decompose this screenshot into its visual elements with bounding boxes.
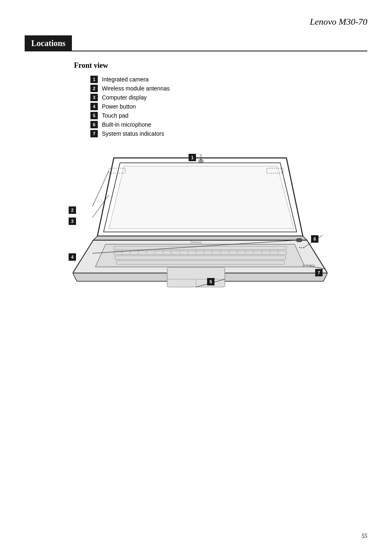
item-label-7: System status indicators [102,130,164,137]
section-title: Locations [25,35,72,51]
list-item: 7 System status indicators [90,130,367,137]
svg-point-42 [306,265,308,267]
item-label-3: Computer display [102,94,147,101]
subsection-title: Front view [74,61,367,70]
badge-7: 7 [90,130,98,137]
badge-1: 1 [90,76,98,83]
laptop-diagram: lenovo [56,146,336,298]
callout-3: 3 [69,218,76,225]
svg-marker-10 [95,244,305,267]
document-title: Lenovo M30-70 [310,16,367,27]
callout-1: 1 [189,154,196,161]
item-label-2: Wireless module antennas [102,85,170,92]
svg-point-45 [301,247,302,248]
list-item: 6 Built-in microphone [90,121,367,128]
laptop-illustration: lenovo [73,146,327,294]
badge-2: 2 [90,85,98,92]
svg-line-49 [92,195,109,218]
items-list: 1 Integrated camera 2 Wireless module an… [90,76,367,137]
list-item: 4 Power button [90,103,367,110]
callout-5: 5 [207,278,214,285]
svg-point-44 [299,247,300,248]
list-item: 2 Wireless module antennas [90,85,367,92]
item-label-1: Integrated camera [102,76,149,83]
callout-7: 7 [315,269,323,276]
item-label-6: Built-in microphone [102,121,151,128]
svg-text:lenovo: lenovo [191,240,202,244]
list-item: 1 Integrated camera [90,76,367,83]
section-title-line [72,51,367,51]
section-header-row: Locations [25,35,367,51]
list-item: 3 Computer display [90,94,367,101]
item-label-4: Power button [102,103,136,110]
page-header: Lenovo M30-70 [0,0,392,35]
svg-line-48 [92,171,109,206]
section-wrapper: Front view 1 Integrated camera 2 Wireles… [25,61,367,298]
list-item: 5 Touch pad [90,112,367,119]
badge-4: 4 [90,103,98,110]
svg-rect-39 [297,239,302,242]
svg-marker-2 [109,166,294,229]
svg-marker-7 [93,236,307,240]
badge-6: 6 [90,121,98,128]
item-label-5: Touch pad [102,112,129,119]
badge-5: 5 [90,112,98,119]
badge-3: 3 [90,94,98,101]
page-number: 55 [362,533,367,540]
callout-2: 2 [69,206,76,214]
callout-6: 6 [311,235,318,243]
callout-4: 4 [69,253,76,261]
svg-point-41 [303,265,305,267]
